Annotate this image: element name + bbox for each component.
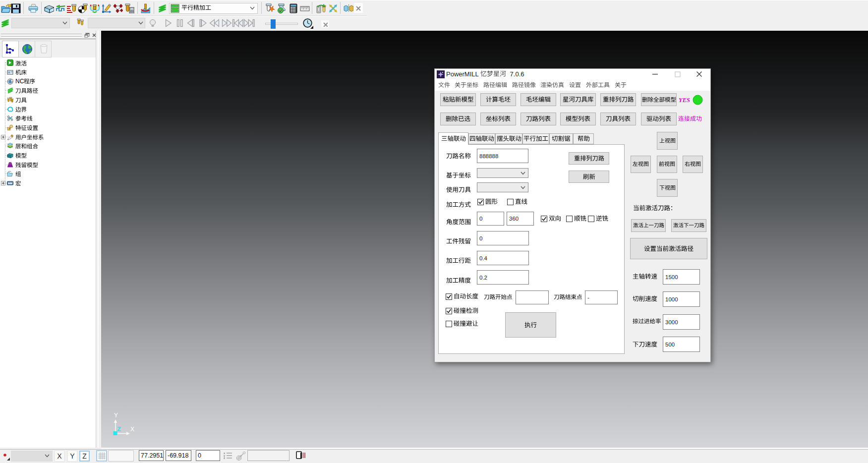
- svg-text:X: X: [130, 426, 134, 433]
- svg-text:z: z: [224, 457, 225, 460]
- svg-text:Z: Z: [117, 425, 121, 433]
- svg-text:Y: Y: [114, 412, 118, 419]
